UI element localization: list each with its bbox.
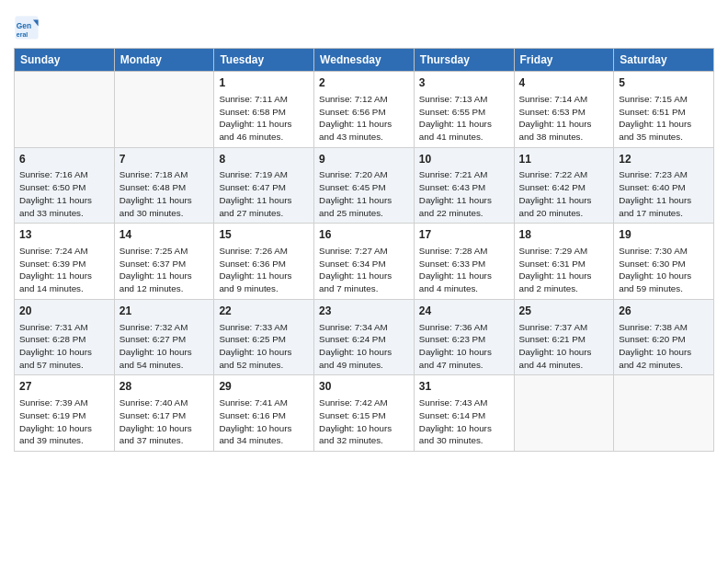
day-number: 1 bbox=[219, 75, 309, 91]
day-info-line: Daylight: 11 hours and 22 minutes. bbox=[419, 194, 509, 219]
day-cell: 8Sunrise: 7:19 AMSunset: 6:47 PMDaylight… bbox=[214, 147, 314, 224]
day-number: 3 bbox=[419, 75, 509, 91]
day-info-line: Daylight: 11 hours and 43 minutes. bbox=[319, 118, 409, 143]
day-info-line: Sunset: 6:21 PM bbox=[519, 333, 609, 346]
day-info-line: Daylight: 10 hours and 34 minutes. bbox=[219, 422, 309, 447]
day-info-line: Sunset: 6:51 PM bbox=[619, 106, 709, 119]
day-cell bbox=[15, 72, 115, 148]
day-info-line: Sunset: 6:42 PM bbox=[519, 181, 609, 194]
day-cell: 12Sunrise: 7:23 AMSunset: 6:40 PMDayligh… bbox=[614, 147, 714, 224]
day-info-line: Daylight: 11 hours and 20 minutes. bbox=[519, 194, 609, 219]
calendar-table: SundayMondayTuesdayWednesdayThursdayFrid… bbox=[14, 48, 714, 452]
day-number: 6 bbox=[19, 152, 109, 167]
day-header-wednesday: Wednesday bbox=[314, 49, 415, 72]
day-info-line: Daylight: 11 hours and 12 minutes. bbox=[119, 270, 210, 294]
day-header-tuesday: Tuesday bbox=[214, 49, 314, 72]
day-number: 12 bbox=[619, 152, 709, 167]
day-info-line: Sunrise: 7:39 AM bbox=[19, 396, 109, 409]
day-info-line: Sunset: 6:37 PM bbox=[119, 258, 210, 270]
day-number: 16 bbox=[319, 227, 409, 243]
day-info-line: Sunset: 6:23 PM bbox=[419, 333, 509, 346]
day-info-line: Sunrise: 7:27 AM bbox=[319, 245, 409, 258]
day-number: 29 bbox=[219, 379, 309, 395]
day-cell: 26Sunrise: 7:38 AMSunset: 6:20 PMDayligh… bbox=[614, 299, 714, 375]
day-info-line: Daylight: 10 hours and 49 minutes. bbox=[319, 346, 409, 371]
day-info-line: Sunset: 6:34 PM bbox=[319, 258, 409, 270]
day-cell: 14Sunrise: 7:25 AMSunset: 6:37 PMDayligh… bbox=[114, 224, 214, 300]
day-info-line: Sunrise: 7:29 AM bbox=[519, 245, 609, 258]
day-info-line: Daylight: 11 hours and 41 minutes. bbox=[419, 118, 509, 143]
day-number: 8 bbox=[219, 152, 309, 167]
day-info-line: Daylight: 10 hours and 39 minutes. bbox=[19, 422, 109, 447]
day-number: 30 bbox=[319, 379, 409, 395]
day-number: 13 bbox=[19, 227, 109, 243]
day-number: 2 bbox=[319, 75, 409, 91]
day-info-line: Sunrise: 7:19 AM bbox=[219, 168, 309, 181]
week-row-2: 6Sunrise: 7:16 AMSunset: 6:50 PMDaylight… bbox=[15, 147, 714, 224]
day-cell: 22Sunrise: 7:33 AMSunset: 6:25 PMDayligh… bbox=[214, 299, 314, 375]
day-cell: 30Sunrise: 7:42 AMSunset: 6:15 PMDayligh… bbox=[314, 375, 415, 452]
day-info-line: Sunrise: 7:40 AM bbox=[119, 396, 210, 409]
day-info-line: Daylight: 11 hours and 35 minutes. bbox=[619, 118, 709, 143]
day-info-line: Daylight: 10 hours and 42 minutes. bbox=[619, 346, 709, 371]
day-cell: 3Sunrise: 7:13 AMSunset: 6:55 PMDaylight… bbox=[414, 72, 514, 148]
day-info-line: Sunrise: 7:38 AM bbox=[619, 321, 709, 334]
day-info-line: Daylight: 10 hours and 30 minutes. bbox=[419, 422, 509, 447]
day-info-line: Sunrise: 7:34 AM bbox=[319, 321, 409, 334]
day-header-saturday: Saturday bbox=[614, 49, 714, 72]
day-info-line: Sunrise: 7:18 AM bbox=[119, 168, 210, 181]
week-row-3: 13Sunrise: 7:24 AMSunset: 6:39 PMDayligh… bbox=[15, 224, 714, 300]
day-number: 20 bbox=[19, 304, 109, 319]
day-info-line: Daylight: 11 hours and 25 minutes. bbox=[319, 194, 409, 219]
day-header-friday: Friday bbox=[514, 49, 614, 72]
day-info-line: Daylight: 11 hours and 38 minutes. bbox=[519, 118, 609, 143]
day-info-line: Daylight: 10 hours and 37 minutes. bbox=[119, 422, 210, 447]
day-cell bbox=[614, 375, 714, 452]
day-number: 28 bbox=[119, 379, 210, 395]
day-cell: 18Sunrise: 7:29 AMSunset: 6:31 PMDayligh… bbox=[514, 224, 614, 300]
day-cell bbox=[114, 72, 214, 148]
day-info-line: Daylight: 11 hours and 27 minutes. bbox=[219, 194, 309, 219]
day-info-line: Sunrise: 7:26 AM bbox=[219, 245, 309, 258]
day-info-line: Sunset: 6:48 PM bbox=[119, 181, 210, 194]
day-info-line: Sunset: 6:31 PM bbox=[519, 258, 609, 270]
week-row-1: 1Sunrise: 7:11 AMSunset: 6:58 PMDaylight… bbox=[15, 72, 714, 148]
day-info-line: Sunrise: 7:21 AM bbox=[419, 168, 509, 181]
svg-text:Gen: Gen bbox=[17, 21, 31, 30]
day-cell: 21Sunrise: 7:32 AMSunset: 6:27 PMDayligh… bbox=[114, 299, 214, 375]
day-cell: 10Sunrise: 7:21 AMSunset: 6:43 PMDayligh… bbox=[414, 147, 514, 224]
day-number: 21 bbox=[119, 304, 210, 319]
day-number: 23 bbox=[319, 304, 409, 319]
day-number: 17 bbox=[419, 227, 509, 243]
day-info-line: Sunset: 6:55 PM bbox=[419, 106, 509, 119]
day-cell: 15Sunrise: 7:26 AMSunset: 6:36 PMDayligh… bbox=[214, 224, 314, 300]
day-info-line: Sunset: 6:50 PM bbox=[19, 181, 109, 194]
day-cell: 5Sunrise: 7:15 AMSunset: 6:51 PMDaylight… bbox=[614, 72, 714, 148]
day-info-line: Sunset: 6:45 PM bbox=[319, 181, 409, 194]
day-info-line: Sunset: 6:58 PM bbox=[219, 106, 309, 119]
day-info-line: Sunset: 6:20 PM bbox=[619, 333, 709, 346]
day-info-line: Sunset: 6:40 PM bbox=[619, 181, 709, 194]
week-row-4: 20Sunrise: 7:31 AMSunset: 6:28 PMDayligh… bbox=[15, 299, 714, 375]
day-info-line: Sunrise: 7:43 AM bbox=[419, 396, 509, 409]
day-info-line: Sunrise: 7:31 AM bbox=[19, 321, 109, 334]
day-number: 11 bbox=[519, 152, 609, 167]
day-cell: 7Sunrise: 7:18 AMSunset: 6:48 PMDaylight… bbox=[114, 147, 214, 224]
day-number: 5 bbox=[619, 75, 709, 91]
day-info-line: Daylight: 11 hours and 33 minutes. bbox=[19, 194, 109, 219]
day-cell: 24Sunrise: 7:36 AMSunset: 6:23 PMDayligh… bbox=[414, 299, 514, 375]
day-info-line: Daylight: 10 hours and 57 minutes. bbox=[19, 346, 109, 371]
days-header-row: SundayMondayTuesdayWednesdayThursdayFrid… bbox=[15, 49, 714, 72]
day-number: 22 bbox=[219, 304, 309, 319]
day-header-thursday: Thursday bbox=[414, 49, 514, 72]
day-cell: 20Sunrise: 7:31 AMSunset: 6:28 PMDayligh… bbox=[15, 299, 115, 375]
day-info-line: Sunset: 6:17 PM bbox=[119, 409, 210, 422]
day-info-line: Sunset: 6:53 PM bbox=[519, 106, 609, 119]
day-info-line: Sunrise: 7:14 AM bbox=[519, 93, 609, 106]
day-info-line: Sunset: 6:14 PM bbox=[419, 409, 509, 422]
day-cell: 25Sunrise: 7:37 AMSunset: 6:21 PMDayligh… bbox=[514, 299, 614, 375]
day-cell: 9Sunrise: 7:20 AMSunset: 6:45 PMDaylight… bbox=[314, 147, 415, 224]
day-info-line: Sunset: 6:43 PM bbox=[419, 181, 509, 194]
day-info-line: Sunrise: 7:20 AM bbox=[319, 168, 409, 181]
day-info-line: Sunset: 6:30 PM bbox=[619, 258, 709, 270]
